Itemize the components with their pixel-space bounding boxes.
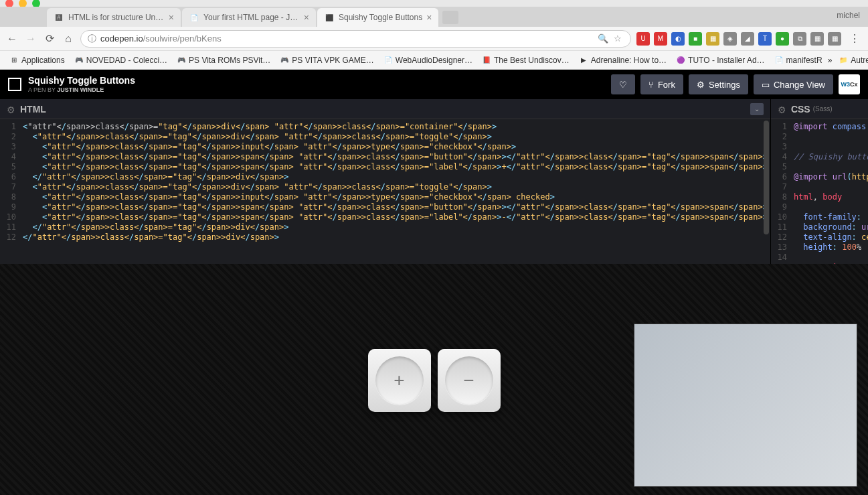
toggle-label: −: [445, 356, 493, 405]
close-tab-icon[interactable]: ×: [426, 12, 432, 23]
html-code[interactable]: <"attr"</span>>class</span>="tag"</span>…: [20, 119, 770, 264]
line-gutter: 123456789101112: [0, 119, 20, 264]
gear-icon[interactable]: ⚙: [7, 104, 16, 114]
pen-title-wrap: Squishy Toggle Buttons A PEN BY Justin W…: [28, 76, 135, 92]
extension-icon[interactable]: ▦: [828, 32, 841, 46]
bookmark-label: Adrenaline: How to…: [591, 56, 667, 65]
extension-icon[interactable]: ⧉: [793, 32, 806, 46]
extension-icon[interactable]: T: [758, 32, 772, 46]
bookmark-item[interactable]: 📄WebAudioDesigner…: [379, 54, 476, 66]
bookmark-favicon: 🟣: [676, 56, 685, 65]
extension-icon[interactable]: ▦: [706, 32, 719, 46]
bookmarks-overflow-icon[interactable]: »: [828, 56, 833, 65]
editor-language-label: HTML: [20, 104, 46, 115]
close-tab-icon[interactable]: ×: [304, 12, 309, 23]
bookmark-favicon: 📕: [482, 56, 491, 65]
bookmark-item[interactable]: 🎮PS VITA VPK GAME…: [276, 54, 377, 66]
css-editor: ⚙ CSS (Sass) ⌄ 123456789101112131415 @im…: [771, 99, 868, 264]
html-editor: ⚙ HTML ⌄ 123456789101112 <"attr"</span>>…: [0, 99, 771, 264]
chevron-down-icon[interactable]: ⌄: [750, 103, 764, 115]
browser-menu-icon[interactable]: ⋮: [847, 32, 863, 45]
bookmark-label: NOVEDAD - Colecci…: [86, 56, 167, 65]
profile-name[interactable]: michel: [837, 11, 860, 20]
button-label: Settings: [709, 80, 740, 90]
html-code-area[interactable]: 123456789101112 <"attr"</span>>class</sp…: [0, 119, 770, 264]
bookmark-label: TUTO - Installer Ad…: [688, 56, 764, 65]
gear-icon: ⚙: [697, 80, 705, 90]
bookmarks-bar: ⊞Applications 🎮NOVEDAD - Colecci… 🎮PS Vi…: [0, 51, 868, 70]
close-tab-icon[interactable]: ×: [169, 12, 174, 23]
tab-label: HTML is for structure Unit | Ja: [68, 13, 165, 22]
bookmark-favicon: 📄: [383, 56, 393, 65]
home-button[interactable]: ⌂: [62, 32, 75, 46]
folder-icon: 📁: [839, 56, 848, 65]
toggle-label: +: [375, 356, 424, 405]
new-tab-button[interactable]: [442, 11, 458, 24]
editor-header: ⚙ CSS (Sass) ⌄: [771, 99, 868, 119]
browser-tab[interactable]: 🅰 HTML is for structure Unit | Ja ×: [47, 8, 181, 27]
css-code[interactable]: @import compass // Squishy buttons inspi…: [791, 119, 868, 264]
fork-icon: ⑂: [648, 80, 654, 90]
extensions-area: U M ◐ ■ ▦ ◈ ◢ T ● ⧉ ▦ ▦: [636, 32, 841, 46]
pen-author[interactable]: Justin Windle: [57, 86, 104, 93]
forward-button[interactable]: →: [24, 32, 37, 46]
search-icon[interactable]: 🔍: [597, 33, 609, 45]
gear-icon[interactable]: ⚙: [778, 104, 787, 114]
w3c-badge[interactable]: W3Cx: [839, 74, 860, 94]
bookmark-label: manifestR: [786, 56, 822, 65]
bookmark-favicon: 📄: [774, 56, 784, 65]
bookmark-item[interactable]: 🟣TUTO - Installer Ad…: [672, 54, 768, 66]
site-info-icon[interactable]: ⓘ: [88, 33, 96, 45]
bookmark-favicon: 🎮: [74, 56, 84, 65]
settings-button[interactable]: ⚙Settings: [689, 74, 748, 94]
bookmark-item[interactable]: 🎮PS Vita ROMs PSVit…: [173, 54, 274, 66]
browser-tab-active[interactable]: ⬛ Squishy Toggle Buttons ×: [317, 8, 438, 27]
tab-label: Your first HTML page - JS Bin: [203, 13, 300, 22]
toggle-button-plus[interactable]: +: [368, 349, 431, 412]
change-view-button[interactable]: ▭Change View: [754, 74, 833, 94]
back-button[interactable]: ←: [5, 32, 19, 46]
editor-preprocessor-label: (Sass): [813, 105, 833, 113]
bookmark-label: PS Vita ROMs PSVit…: [189, 56, 270, 65]
bookmark-item[interactable]: ▶Adrenaline: How to…: [575, 54, 671, 66]
bookmark-item[interactable]: 📕The Best Undiscov…: [478, 54, 574, 66]
bookmark-favicon: ▶: [579, 56, 588, 65]
extension-icon[interactable]: ◢: [741, 32, 754, 46]
apps-grid-icon: ⊞: [9, 56, 19, 65]
extension-icon[interactable]: ●: [776, 32, 789, 46]
heart-icon: ♡: [619, 80, 627, 90]
extension-icon[interactable]: ◐: [671, 32, 685, 46]
webcam-overlay: [634, 324, 857, 487]
url-path: /soulwire/pen/bKens: [143, 33, 222, 44]
pen-title: Squishy Toggle Buttons: [28, 76, 135, 86]
extension-icon[interactable]: M: [654, 32, 667, 46]
fork-button[interactable]: ⑂Fork: [640, 74, 683, 94]
scrollbar-thumb[interactable]: [764, 121, 769, 234]
button-label: Change View: [774, 80, 825, 90]
line-gutter: 123456789101112131415: [771, 119, 791, 264]
toggle-button-minus[interactable]: −: [438, 349, 501, 412]
other-bookmarks-folder[interactable]: 📁Autres favoris: [835, 54, 868, 66]
extension-icon[interactable]: U: [636, 32, 650, 46]
pen-byline: A PEN BY Justin Windle: [28, 86, 135, 93]
bookmark-star-icon[interactable]: ☆: [612, 33, 624, 45]
extension-icon[interactable]: ■: [689, 32, 702, 46]
codepen-logo-icon[interactable]: [8, 78, 21, 91]
reload-button[interactable]: ⟳: [43, 32, 56, 46]
browser-tab[interactable]: 📄 Your first HTML page - JS Bin ×: [182, 8, 316, 27]
bookmark-label: Autres favoris: [851, 56, 868, 65]
browser-tab-bar: 🅰 HTML is for structure Unit | Ja × 📄 Yo…: [0, 7, 868, 27]
address-bar[interactable]: ⓘ codepen.io/soulwire/pen/bKens 🔍 ☆: [80, 30, 631, 48]
tab-favicon: ⬛: [324, 12, 335, 23]
bookmark-item[interactable]: 📄manifestR: [770, 54, 827, 66]
heart-button[interactable]: ♡: [611, 74, 635, 94]
bookmark-label: The Best Undiscov…: [494, 56, 570, 65]
bookmark-label: WebAudioDesigner…: [396, 56, 472, 65]
extension-icon[interactable]: ▦: [810, 32, 824, 46]
browser-toolbar: ← → ⟳ ⌂ ⓘ codepen.io/soulwire/pen/bKens …: [0, 27, 868, 51]
extension-icon[interactable]: ◈: [723, 32, 737, 46]
css-code-area[interactable]: 123456789101112131415 @import compass //…: [771, 119, 868, 264]
tab-label: Squishy Toggle Buttons: [339, 13, 422, 22]
bookmark-item[interactable]: 🎮NOVEDAD - Colecci…: [70, 54, 171, 66]
apps-bookmark[interactable]: ⊞Applications: [5, 54, 69, 66]
